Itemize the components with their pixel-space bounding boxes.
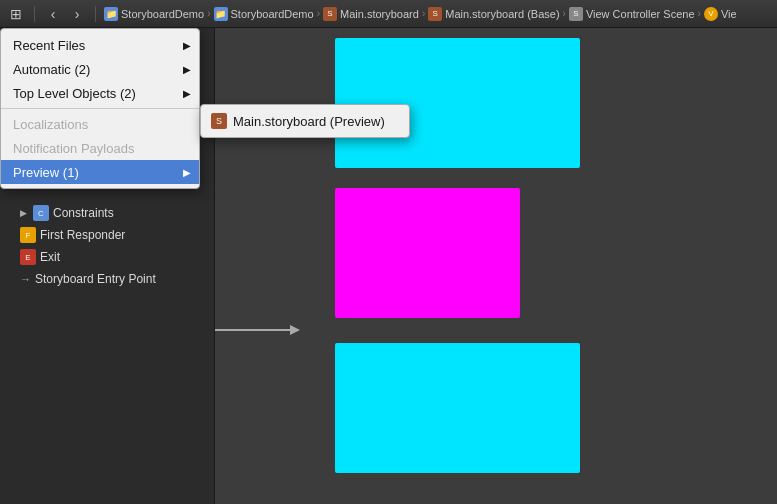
menu-label-localizations: Localizations — [13, 117, 88, 132]
breadcrumb-item-1[interactable]: 📁 StoryboardDemo — [104, 7, 204, 21]
submenu: S Main.storyboard (Preview) — [200, 104, 410, 138]
storyboard-icon-1: S — [323, 7, 337, 21]
first-responder-icon: F — [20, 227, 36, 243]
breadcrumb-sep-2: › — [317, 8, 320, 19]
sidebar-item-first-responder[interactable]: F First Responder — [0, 224, 214, 246]
vc-icon: V — [704, 7, 718, 21]
canvas-area — [215, 28, 777, 504]
forward-icon[interactable]: › — [67, 4, 87, 24]
canvas-rect-bottom — [335, 343, 580, 473]
toolbar: ⊞ ‹ › 📁 StoryboardDemo › 📁 StoryboardDem… — [0, 0, 777, 28]
expand-arrow-constraints: ▶ — [20, 208, 30, 218]
submenu-label: Main.storyboard (Preview) — [233, 114, 385, 129]
sidebar-item-exit[interactable]: E Exit — [0, 246, 214, 268]
breadcrumb-item-4[interactable]: S Main.storyboard (Base) — [428, 7, 559, 21]
breadcrumb-item-6[interactable]: V Vie — [704, 7, 737, 21]
breadcrumb-label-5: View Controller Scene — [586, 8, 695, 20]
sidebar-item-constraints[interactable]: ▶ C Constraints — [0, 202, 214, 224]
breadcrumb-label-6: Vie — [721, 8, 737, 20]
breadcrumb-sep-4: › — [563, 8, 566, 19]
sidebar-item-storyboard-entry[interactable]: → Storyboard Entry Point — [0, 268, 214, 290]
sidebar-label-first-responder: First Responder — [40, 228, 125, 242]
sidebar-label-exit: Exit — [40, 250, 60, 264]
sidebar-label-storyboard-entry: Storyboard Entry Point — [35, 272, 156, 286]
toolbar-sep-2 — [95, 6, 96, 22]
arrow-icon-top-level: ▶ — [183, 88, 191, 99]
back-icon[interactable]: ‹ — [43, 4, 63, 24]
breadcrumb-sep-3: › — [422, 8, 425, 19]
canvas-rect-middle — [335, 188, 520, 318]
breadcrumb-label-2: StoryboardDemo — [231, 8, 314, 20]
menu-item-recent-files[interactable]: Recent Files ▶ — [1, 33, 199, 57]
menu-divider-1 — [1, 108, 199, 109]
grid-icon[interactable]: ⊞ — [6, 4, 26, 24]
storyboard-icon-2: S — [428, 7, 442, 21]
breadcrumb-sep-1: › — [207, 8, 210, 19]
main-layout: Recent Files ▶ Automatic (2) ▶ Top Level… — [0, 28, 777, 504]
breadcrumb-label-3: Main.storyboard — [340, 8, 419, 20]
scene-icon: S — [569, 7, 583, 21]
menu-item-preview[interactable]: Preview (1) ▶ — [1, 160, 199, 184]
breadcrumb-item-5[interactable]: S View Controller Scene — [569, 7, 695, 21]
breadcrumb-sep-5: › — [698, 8, 701, 19]
breadcrumb-item-3[interactable]: S Main.storyboard — [323, 7, 419, 21]
submenu-storyboard-icon: S — [211, 113, 227, 129]
svg-marker-1 — [290, 325, 300, 335]
menu-item-top-level[interactable]: Top Level Objects (2) ▶ — [1, 81, 199, 105]
arrow-icon-automatic: ▶ — [183, 64, 191, 75]
arrow-svg — [215, 318, 305, 342]
sidebar-label-constraints: Constraints — [53, 206, 114, 220]
menu-label-top-level: Top Level Objects (2) — [13, 86, 136, 101]
menu-label-recent-files: Recent Files — [13, 38, 85, 53]
constraints-icon: C — [33, 205, 49, 221]
menu-label-automatic: Automatic (2) — [13, 62, 90, 77]
breadcrumb-item-2[interactable]: 📁 StoryboardDemo — [214, 7, 314, 21]
folder-icon-2: 📁 — [214, 7, 228, 21]
arrow-icon-preview: ▶ — [183, 167, 191, 178]
breadcrumb-label-1: StoryboardDemo — [121, 8, 204, 20]
exit-icon: E — [20, 249, 36, 265]
menu-item-localizations: Localizations — [1, 112, 199, 136]
submenu-item-main-storyboard[interactable]: S Main.storyboard (Preview) — [201, 109, 409, 133]
entry-point-arrow-icon: → — [20, 273, 31, 285]
toolbar-sep-1 — [34, 6, 35, 22]
menu-item-notification-payloads: Notification Payloads — [1, 136, 199, 160]
breadcrumb: 📁 StoryboardDemo › 📁 StoryboardDemo › S … — [104, 7, 771, 21]
menu-item-automatic[interactable]: Automatic (2) ▶ — [1, 57, 199, 81]
context-menu: Recent Files ▶ Automatic (2) ▶ Top Level… — [0, 28, 200, 189]
menu-label-preview: Preview (1) — [13, 165, 79, 180]
menu-label-notification-payloads: Notification Payloads — [13, 141, 134, 156]
arrow-icon-recent-files: ▶ — [183, 40, 191, 51]
canvas-arrow — [215, 318, 305, 342]
canvas-rect-top — [335, 38, 580, 168]
folder-icon-1: 📁 — [104, 7, 118, 21]
breadcrumb-label-4: Main.storyboard (Base) — [445, 8, 559, 20]
sidebar: Recent Files ▶ Automatic (2) ▶ Top Level… — [0, 28, 215, 504]
